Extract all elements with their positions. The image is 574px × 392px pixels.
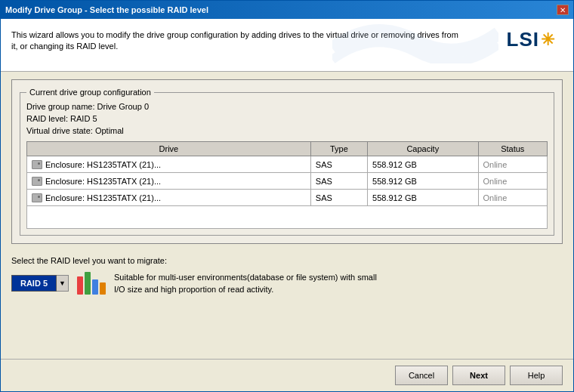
config-group-title: Current drive group configuration — [26, 88, 154, 97]
config-inner-box: Current drive group configuration Drive … — [20, 92, 554, 236]
raid-bar-1 — [77, 276, 83, 295]
config-group-box: Current drive group configuration Drive … — [11, 79, 563, 244]
raid-level-row: RAID level: RAID 5 — [26, 114, 548, 123]
header-area: This wizard allows you to modify the dri… — [1, 19, 573, 72]
raid-select-arrow[interactable]: ▼ — [57, 275, 69, 292]
empty-space — [26, 206, 548, 229]
wave-decoration — [332, 18, 498, 63]
raid-level-value: RAID 5 — [70, 114, 97, 123]
drive-name: Enclosure: HS1235TATX (21)... — [45, 193, 161, 202]
raid-select-container: RAID 5 RAID 0 RAID 1 RAID 6 RAID 10 RAID… — [11, 275, 69, 292]
drive-cell: Enclosure: HS1235TATX (21)... — [27, 190, 311, 206]
drive-name: Enclosure: HS1235TATX (21)... — [45, 160, 161, 169]
migrate-section: Select the RAID level you want to migrat… — [11, 256, 563, 297]
lsi-logo: LSI ✳ — [507, 25, 563, 51]
body-area: Current drive group configuration Drive … — [1, 72, 573, 359]
migrate-label: Select the RAID level you want to migrat… — [11, 256, 563, 265]
col-type: Type — [310, 142, 367, 156]
drive-name: Enclosure: HS1235TATX (21)... — [45, 177, 161, 186]
raid-bar-4 — [100, 282, 106, 295]
table-row: Enclosure: HS1235TATX (21)... SAS 558.91… — [27, 156, 548, 173]
table-row: Enclosure: HS1235TATX (21)... SAS 558.91… — [27, 173, 548, 190]
vd-state-value: Optimal — [95, 126, 124, 135]
drive-capacity: 558.912 GB — [368, 156, 478, 173]
group-label-row: Current drive group configuration — [26, 87, 548, 97]
drive-type: SAS — [310, 173, 367, 190]
title-bar: Modify Drive Group - Select the possible… — [1, 1, 573, 19]
drive-type: SAS — [310, 156, 367, 173]
window-title: Modify Drive Group - Select the possible… — [5, 5, 208, 14]
drive-type: SAS — [310, 190, 367, 206]
vd-state-label: Virtual drive state: — [26, 126, 93, 135]
drive-group-value: Drive Group 0 — [97, 102, 149, 111]
table-row: Enclosure: HS1235TATX (21)... SAS 558.91… — [27, 190, 548, 206]
col-capacity: Capacity — [368, 142, 478, 156]
drive-cell: Enclosure: HS1235TATX (21)... — [27, 156, 311, 173]
header-content: This wizard allows you to modify the dri… — [11, 25, 507, 53]
drive-cell: Enclosure: HS1235TATX (21)... — [27, 173, 311, 190]
vd-state-row: Virtual drive state: Optimal — [26, 126, 548, 135]
footer: Cancel Next Help — [1, 359, 573, 391]
drives-table: Drive Type Capacity Status Enclosure: HS… — [26, 141, 548, 206]
col-drive: Drive — [27, 142, 311, 156]
hdd-icon — [32, 193, 42, 202]
drive-group-label: Drive group name: — [26, 102, 95, 111]
help-button[interactable]: Help — [510, 366, 563, 385]
drive-status: Online — [478, 190, 548, 206]
drive-status: Online — [478, 156, 548, 173]
lsi-star: ✳ — [541, 30, 555, 50]
drive-status: Online — [478, 173, 548, 190]
migrate-controls: RAID 5 RAID 0 RAID 1 RAID 6 RAID 10 RAID… — [11, 270, 563, 297]
drive-capacity: 558.912 GB — [368, 173, 478, 190]
drive-capacity: 558.912 GB — [368, 190, 478, 206]
raid-level-select[interactable]: RAID 5 RAID 0 RAID 1 RAID 6 RAID 10 RAID… — [11, 275, 57, 292]
close-button[interactable]: ✕ — [557, 5, 569, 15]
raid-icon — [76, 270, 106, 297]
drive-group-row: Drive group name: Drive Group 0 — [26, 102, 548, 111]
hdd-icon — [32, 177, 42, 186]
migrate-description: Suitable for multi-user environments(dat… — [114, 271, 377, 296]
lsi-text: LSI — [507, 28, 539, 51]
main-window: Modify Drive Group - Select the possible… — [0, 0, 574, 392]
raid-level-label: RAID level: — [26, 114, 68, 123]
col-status: Status — [478, 142, 548, 156]
hdd-icon — [32, 160, 42, 169]
raid-bar-2 — [85, 272, 91, 295]
next-button[interactable]: Next — [452, 366, 505, 385]
cancel-button[interactable]: Cancel — [395, 366, 448, 385]
raid-bar-3 — [92, 279, 98, 295]
raid-bars — [77, 272, 106, 295]
